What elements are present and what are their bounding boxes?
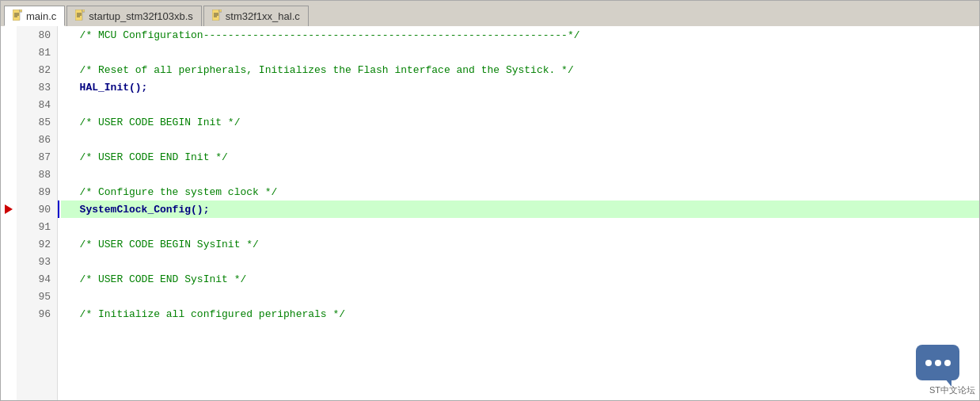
code-text-span: /* MCU Configuration--------------------… xyxy=(67,29,580,41)
breakpoint-cell xyxy=(1,305,17,323)
breakpoint-cell xyxy=(1,96,17,113)
current-line-marker xyxy=(5,204,13,214)
breakpoint-cell xyxy=(1,131,17,148)
breakpoint-cell xyxy=(1,235,17,253)
line-number: 91 xyxy=(17,218,57,235)
svg-rect-14 xyxy=(219,10,222,12)
code-line xyxy=(61,218,979,235)
breakpoint-cell xyxy=(1,26,17,44)
code-line: SystemClock_Config(); xyxy=(61,200,979,218)
tab-label: main.c xyxy=(26,10,56,22)
svg-rect-2 xyxy=(20,10,22,12)
line-number: 86 xyxy=(17,131,57,148)
line-number: 80 xyxy=(17,26,57,44)
line-number: 96 xyxy=(17,305,57,323)
chat-bubble xyxy=(916,345,959,380)
breakpoint-cell xyxy=(1,253,17,270)
breakpoint-cell xyxy=(1,148,17,166)
tab-stm32f1xx_hal.c[interactable]: stm32f1xx_hal.c xyxy=(203,6,309,26)
chat-dot-2 xyxy=(935,360,941,366)
code-line: /* MCU Configuration--------------------… xyxy=(61,26,979,44)
breakpoint-cell xyxy=(1,44,17,61)
line-number: 89 xyxy=(17,183,57,200)
line-number: 87 xyxy=(17,148,57,166)
code-line: /* Configure the system clock */ xyxy=(61,183,979,200)
breakpoint-cell xyxy=(1,288,17,305)
code-text-span: /* Initialize all configured peripherals… xyxy=(67,308,345,320)
code-text-span: /* Reset of all peripherals, Initializes… xyxy=(67,64,574,76)
code-line: /* Initialize all configured peripherals… xyxy=(61,305,979,323)
code-line: /* USER CODE BEGIN SysInit */ xyxy=(61,235,979,253)
line-number: 95 xyxy=(17,288,57,305)
file-icon xyxy=(13,10,22,23)
breakpoint-cell xyxy=(1,61,17,78)
breakpoint-cell xyxy=(1,183,17,200)
code-line xyxy=(61,96,979,113)
code-line xyxy=(61,44,979,61)
code-text-span: /* USER CODE BEGIN Init */ xyxy=(67,116,240,128)
chat-dots xyxy=(925,360,951,366)
tab-label: startup_stm32f103xb.s xyxy=(89,10,193,22)
watermark: ST中文论坛 xyxy=(929,384,975,396)
code-text-span: /* USER CODE BEGIN SysInit */ xyxy=(67,239,259,250)
line-number: 90 xyxy=(17,200,57,218)
line-number: 93 xyxy=(17,253,57,270)
code-line: HAL_Init(); xyxy=(61,78,979,96)
code-line xyxy=(61,131,979,148)
file-icon xyxy=(212,10,222,23)
line-number: 83 xyxy=(17,78,57,96)
code-text-span: SystemClock_Config(); xyxy=(67,204,209,216)
tab-startup_stm32f103xb.s[interactable]: startup_stm32f103xb.s xyxy=(66,6,202,26)
code-line xyxy=(61,253,979,270)
breakpoint-cell xyxy=(1,200,17,218)
tab-main.c[interactable]: main.c xyxy=(4,6,65,26)
code-line: /* USER CODE END Init */ xyxy=(61,148,979,166)
breakpoint-cell xyxy=(1,270,17,288)
code-line: /* USER CODE END SysInit */ xyxy=(61,270,979,288)
line-number: 81 xyxy=(17,44,57,61)
code-text-span: /* Configure the system clock */ xyxy=(67,186,277,198)
svg-rect-8 xyxy=(82,10,85,12)
line-numbers: 8081828384858687888990919293949596 xyxy=(17,26,58,400)
breakpoint-area xyxy=(1,26,17,400)
breakpoint-cell xyxy=(1,218,17,235)
line-number: 84 xyxy=(17,96,57,113)
chat-dot-1 xyxy=(925,360,932,366)
code-text-span: /* USER CODE END Init */ xyxy=(67,151,228,163)
line-number: 88 xyxy=(17,166,57,183)
chat-icon-container[interactable] xyxy=(916,345,963,384)
file-icon xyxy=(75,10,85,23)
code-line: /* USER CODE BEGIN Init */ xyxy=(61,113,979,131)
tab-bar: main.c startup_stm32f103xb.s stm32f1xx_h… xyxy=(1,1,979,26)
code-line: /* Reset of all peripherals, Initializes… xyxy=(61,61,979,78)
code-content: /* MCU Configuration--------------------… xyxy=(61,26,979,400)
code-text-span: /* USER CODE END SysInit */ xyxy=(67,273,246,285)
breakpoint-cell xyxy=(1,78,17,96)
tab-label: stm32f1xx_hal.c xyxy=(226,10,300,22)
line-number: 82 xyxy=(17,61,57,78)
breakpoint-cell xyxy=(1,166,17,183)
code-area: 8081828384858687888990919293949596 /* MC… xyxy=(1,26,979,400)
code-line xyxy=(61,166,979,183)
code-line xyxy=(61,288,979,305)
editor-container: main.c startup_stm32f103xb.s stm32f1xx_h… xyxy=(0,0,980,401)
line-number: 85 xyxy=(17,113,57,131)
breakpoint-cell xyxy=(1,113,17,131)
code-text-span: HAL_Init(); xyxy=(67,82,147,94)
line-number: 94 xyxy=(17,270,57,288)
chat-dot-3 xyxy=(944,360,951,366)
line-number: 92 xyxy=(17,235,57,253)
